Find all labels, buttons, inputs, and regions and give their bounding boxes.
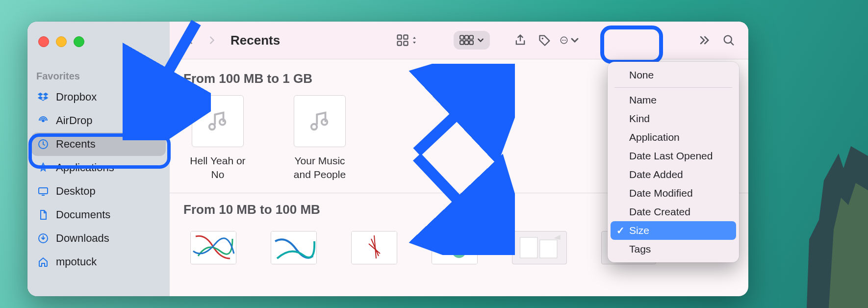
svg-point-27	[452, 244, 466, 258]
group-by-menu: None Name Kind Application Date Last Ope…	[608, 62, 739, 262]
main-area: Recents	[170, 22, 748, 296]
back-button[interactable]	[179, 29, 201, 51]
sidebar-item-label: Documents	[56, 208, 110, 221]
dropbox-icon	[37, 91, 49, 103]
svg-point-20	[220, 119, 226, 125]
file-thumbnail	[192, 95, 244, 147]
svg-point-17	[563, 40, 564, 41]
sidebar-item-label: Desktop	[56, 185, 96, 198]
chevron-left-icon	[185, 35, 196, 46]
apps-icon	[37, 162, 49, 174]
sidebar-item-label: AirDrop	[56, 114, 93, 127]
file-name: Hell Yeah or No	[183, 154, 252, 182]
sidebar-item-documents[interactable]: Documents	[31, 203, 166, 227]
svg-rect-29	[520, 237, 537, 258]
minimize-button[interactable]	[56, 36, 67, 47]
file-name: Your Music and People	[285, 154, 354, 182]
double-chevron-right-icon	[697, 33, 711, 47]
svg-rect-30	[540, 240, 557, 258]
menu-item-tags[interactable]: Tags	[611, 240, 736, 258]
finder-window: Favorites Dropbox AirDrop Recents Applic…	[27, 22, 748, 296]
svg-rect-6	[397, 41, 401, 45]
sidebar-item-label: Applications	[56, 161, 114, 174]
tag-icon	[538, 33, 552, 47]
sidebar-item-applications[interactable]: Applications	[31, 156, 166, 180]
music-note-icon	[206, 110, 229, 132]
window-controls	[38, 36, 84, 47]
file-item[interactable]	[432, 231, 478, 264]
close-button[interactable]	[38, 36, 49, 47]
svg-rect-7	[404, 41, 408, 45]
sidebar-list: Dropbox AirDrop Recents Applications Des…	[31, 85, 166, 274]
svg-rect-9	[464, 35, 468, 39]
ellipsis-circle-icon	[560, 33, 568, 47]
chevron-down-icon	[570, 33, 579, 47]
search-icon	[722, 33, 736, 47]
svg-rect-5	[404, 35, 408, 39]
sidebar-item-airdrop[interactable]: AirDrop	[31, 109, 166, 132]
svg-rect-11	[460, 41, 464, 45]
svg-point-0	[42, 119, 45, 122]
menu-separator	[614, 87, 732, 88]
svg-point-14	[541, 38, 543, 40]
sidebar-item-label: Downloads	[56, 232, 109, 245]
file-item[interactable]: Your Music and People	[285, 95, 354, 182]
sidebar-item-home[interactable]: mpotuck	[31, 250, 166, 274]
search-button[interactable]	[719, 30, 739, 50]
svg-rect-13	[469, 41, 473, 45]
svg-point-18	[565, 40, 566, 41]
airdrop-icon	[37, 115, 49, 127]
svg-point-21	[322, 119, 328, 125]
music-note-icon	[308, 110, 331, 132]
sidebar: Favorites Dropbox AirDrop Recents Applic…	[27, 22, 170, 296]
sidebar-heading: Favorites	[36, 71, 80, 82]
menu-item-kind[interactable]: Kind	[611, 109, 736, 128]
svg-rect-10	[469, 35, 473, 39]
svg-point-16	[562, 40, 563, 41]
sidebar-item-dropbox[interactable]: Dropbox	[31, 85, 166, 109]
menu-item-date-created[interactable]: Date Created	[611, 203, 736, 221]
share-button[interactable]	[511, 30, 530, 50]
sidebar-item-label: mpotuck	[56, 256, 97, 268]
chevron-down-icon	[477, 37, 484, 44]
menu-item-date-modified[interactable]: Date Modified	[611, 184, 736, 203]
share-icon	[513, 33, 527, 47]
download-icon	[37, 232, 49, 244]
menu-item-date-last-opened[interactable]: Date Last Opened	[611, 147, 736, 165]
tags-button[interactable]	[535, 30, 555, 50]
menu-item-name[interactable]: Name	[611, 91, 736, 109]
file-thumbnail	[294, 95, 346, 147]
document-icon	[37, 209, 49, 221]
toolbar: Recents	[170, 22, 748, 59]
maximize-button[interactable]	[74, 36, 84, 47]
sidebar-item-downloads[interactable]: Downloads	[31, 227, 166, 250]
file-item[interactable]	[351, 231, 397, 264]
svg-rect-8	[460, 35, 464, 39]
menu-item-date-added[interactable]: Date Added	[611, 165, 736, 184]
grid-icon	[396, 33, 409, 47]
clock-icon	[37, 138, 49, 150]
home-icon	[37, 256, 49, 268]
svg-rect-12	[464, 41, 468, 45]
sidebar-item-label: Dropbox	[56, 91, 97, 103]
chevron-right-icon	[206, 35, 217, 46]
sidebar-item-recents[interactable]: Recents	[31, 132, 166, 156]
section-title: From 10 MB to 100 MB	[183, 202, 320, 217]
menu-item-none[interactable]: None	[611, 66, 736, 84]
more-button[interactable]	[560, 30, 579, 50]
group-by-button[interactable]	[454, 31, 490, 50]
window-title: Recents	[230, 33, 280, 48]
sidebar-item-desktop[interactable]: Desktop	[31, 180, 166, 203]
file-item[interactable]	[190, 231, 236, 264]
menu-item-size[interactable]: Size	[611, 221, 736, 240]
toolbar-overflow-button[interactable]	[694, 30, 714, 50]
svg-rect-4	[397, 35, 401, 39]
file-item[interactable]: Hell Yeah or No	[183, 95, 252, 182]
forward-button[interactable]	[201, 29, 223, 51]
view-mode-button[interactable]	[396, 33, 417, 47]
file-item[interactable]	[271, 231, 317, 264]
menu-item-application[interactable]: Application	[611, 128, 736, 147]
updown-icon	[411, 35, 417, 45]
file-item[interactable]	[512, 231, 567, 264]
svg-rect-2	[39, 188, 48, 194]
